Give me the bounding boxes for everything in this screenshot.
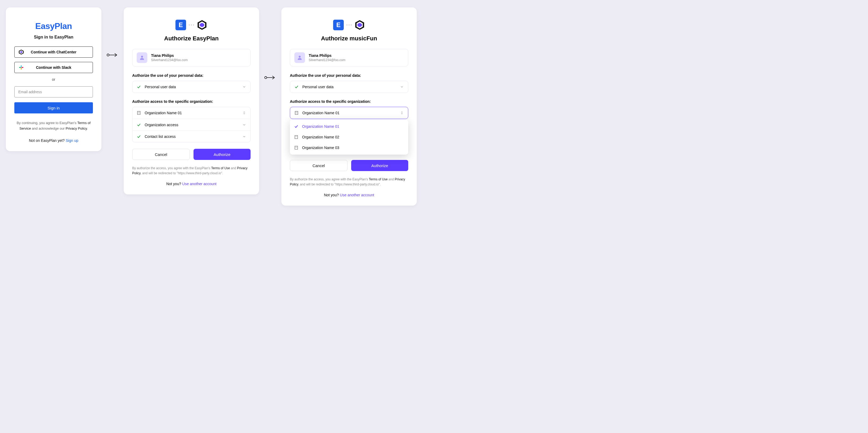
flow-arrow-icon — [265, 76, 276, 82]
svg-rect-6 — [22, 67, 24, 68]
user-name: Tiana Philips — [309, 53, 345, 58]
svg-point-25 — [299, 56, 301, 58]
building-icon — [294, 146, 298, 150]
check-icon — [137, 85, 141, 89]
authorize-button[interactable]: Authorize — [351, 160, 408, 171]
continue-chatcenter-label: Continue with ChatCenter — [31, 50, 76, 54]
logo-pair: E — [132, 20, 251, 30]
authorize-title: Authorize EasyPlan — [132, 35, 251, 42]
org-option-1[interactable]: Organization Name 01 — [290, 121, 408, 132]
sort-icon — [400, 111, 404, 115]
check-icon — [294, 124, 298, 128]
sort-icon — [242, 111, 246, 115]
app-hex-icon — [354, 20, 365, 30]
chatcenter-icon — [18, 49, 24, 55]
signup-link[interactable]: Sign up — [66, 138, 78, 143]
svg-point-20 — [265, 77, 267, 79]
svg-rect-5 — [19, 67, 21, 68]
user-email: Silverhand1234@foo.com — [151, 58, 188, 62]
user-box: Tiana Philips Silverhand1234@foo.com — [132, 49, 251, 66]
perm-contact-row[interactable]: Contact list access — [132, 131, 250, 142]
terms-link[interactable]: Terms of Use — [369, 177, 388, 181]
org-select-box-open: Organization Name 01 — [290, 107, 408, 119]
chevron-down-icon — [400, 85, 404, 89]
notyou-row: Not you? Use another account — [290, 193, 408, 197]
connector-dots-icon — [346, 24, 352, 26]
signup-row: Not on EasyPlan yet? Sign up — [14, 138, 93, 143]
signin-title: Sign in to EasyPlan — [14, 35, 93, 39]
agreement-text: By continuing, you agree to EasyPlan's T… — [14, 120, 93, 132]
signin-button[interactable]: Sign in — [14, 102, 93, 113]
notyou-row: Not you? Use another account — [132, 182, 251, 186]
signin-card: EasyPlan Sign in to EasyPlan Continue wi… — [6, 7, 101, 151]
chevron-down-icon — [242, 85, 246, 89]
continue-slack-label: Continue with Slack — [36, 65, 71, 69]
section-personal-label: Authorize the use of your personal data: — [290, 73, 408, 78]
user-name: Tiana Philips — [151, 53, 188, 58]
authorize-musicfun-card: E Authorize musicFun Tiana Philips Silve… — [281, 7, 417, 206]
org-dropdown-panel: Organization Name 01 Organization Name 0… — [290, 119, 408, 154]
privacy-link[interactable]: Privacy Policy — [66, 126, 87, 131]
easyplan-logo-icon: E — [333, 20, 344, 30]
disclaimer: By authorize the access, you agree with … — [290, 177, 408, 187]
email-input[interactable] — [14, 86, 93, 97]
app-hex-icon — [197, 20, 207, 30]
flow-arrow-icon — [107, 53, 118, 59]
org-select-row[interactable]: Organization Name 01 — [290, 107, 408, 119]
authorize-button[interactable]: Authorize — [193, 149, 251, 160]
authorize-easyplan-card: E Authorize EasyPlan Tiana Philips Silve… — [124, 7, 259, 195]
user-email: Silverhand1234@foo.com — [309, 58, 345, 62]
avatar-icon — [294, 52, 305, 63]
perm-personal-row[interactable]: Personal user data — [290, 81, 408, 93]
svg-rect-33 — [295, 136, 298, 139]
use-another-account-link[interactable]: Use another account — [340, 193, 374, 197]
cancel-button[interactable]: Cancel — [290, 160, 347, 171]
slack-icon — [18, 64, 24, 70]
brand-logo-text: EasyPlan — [14, 21, 93, 31]
authorize-title: Authorize musicFun — [290, 35, 408, 42]
svg-rect-13 — [137, 111, 141, 115]
perm-org-access-row[interactable]: Organization access — [132, 119, 250, 131]
logo-pair: E — [290, 20, 408, 30]
chevron-down-icon — [242, 135, 246, 138]
continue-slack-button[interactable]: Continue with Slack — [14, 62, 93, 73]
easyplan-logo-icon: E — [176, 20, 186, 30]
org-perm-box: Organization Name 01 Organization access… — [132, 107, 251, 142]
svg-rect-38 — [295, 146, 298, 149]
org-dropdown-wrap: Organization Name 01 Organization Name 0… — [290, 107, 408, 153]
org-option-3[interactable]: Organization Name 03 — [290, 142, 408, 153]
svg-rect-3 — [21, 65, 22, 67]
connector-dots-icon — [189, 24, 194, 26]
button-row: Cancel Authorize — [132, 149, 251, 160]
check-icon — [137, 123, 141, 127]
section-org-label: Authorize access to the specific organiz… — [290, 99, 408, 104]
check-icon — [137, 135, 141, 139]
section-org-label: Authorize access to the specific organiz… — [132, 99, 251, 104]
svg-rect-26 — [295, 111, 298, 115]
cancel-button[interactable]: Cancel — [132, 149, 190, 160]
svg-point-12 — [141, 56, 143, 58]
building-icon — [137, 111, 141, 115]
svg-rect-4 — [21, 68, 22, 70]
org-select-row[interactable]: Organization Name 01 — [132, 107, 250, 119]
avatar-icon — [137, 52, 147, 63]
check-icon — [294, 85, 299, 89]
perm-personal-row[interactable]: Personal user data — [132, 81, 250, 93]
or-separator: or — [14, 77, 93, 82]
svg-point-7 — [107, 54, 109, 56]
disclaimer: By authorize the access, you agree with … — [132, 166, 251, 176]
building-icon — [294, 135, 298, 139]
personal-perm-box: Personal user data — [290, 81, 408, 93]
chevron-down-icon — [242, 123, 246, 127]
terms-link[interactable]: Terms of Use — [211, 166, 230, 170]
user-box: Tiana Philips Silverhand1234@foo.com — [290, 49, 408, 66]
use-another-account-link[interactable]: Use another account — [182, 182, 216, 186]
button-row: Cancel Authorize — [290, 160, 408, 171]
org-option-2[interactable]: Organization Name 02 — [290, 132, 408, 142]
personal-perm-box: Personal user data — [132, 81, 251, 93]
section-personal-label: Authorize the use of your personal data: — [132, 73, 251, 78]
continue-chatcenter-button[interactable]: Continue with ChatCenter — [14, 47, 93, 58]
building-icon — [294, 111, 299, 115]
